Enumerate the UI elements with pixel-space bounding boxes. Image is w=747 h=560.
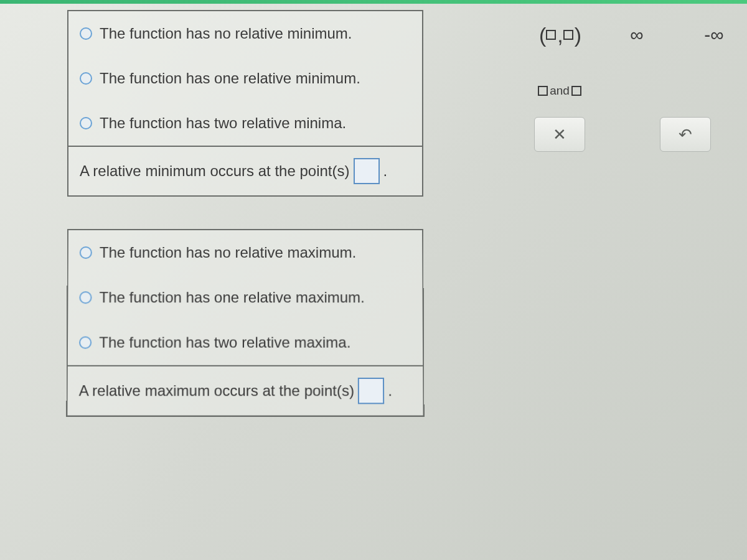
and-label: and [550,84,570,98]
option-label: The function has no relative maximum. [100,244,357,261]
question-group-minimum: The function has no relative minimum. Th… [67,10,423,197]
close-icon: ✕ [553,125,566,144]
radio-two-min[interactable] [80,117,92,129]
option-row: The function has one relative minimum. [68,56,422,101]
right-column: (,) ∞ -∞ and ✕ ↶ [423,4,745,560]
palette-ordered-pair-button[interactable]: (,) [529,12,590,57]
option-label: The function has two relative maxima. [99,334,350,351]
option-row: The function has no relative minimum. [68,11,422,56]
option-row: The function has one relative maximum. [68,275,423,320]
placeholder-box-icon [538,86,548,96]
fill-prefix: A relative minimum occurs at the point(s… [80,162,350,180]
radio-no-min[interactable] [80,27,92,40]
option-label: The function has one relative minimum. [100,70,360,87]
fill-row-maximum: A relative maximum occurs at the point(s… [67,365,423,416]
option-label: The function has one relative maximum. [99,289,365,306]
option-row: The function has two relative minima. [68,101,422,146]
left-column: The function has no relative minimum. Th… [0,4,423,560]
radio-no-max[interactable] [80,246,92,259]
placeholder-box-icon [563,30,573,40]
undo-icon: ↶ [679,125,692,144]
fill-suffix: . [383,162,388,180]
action-row: ✕ ↶ [529,117,745,152]
symbol-palette: (,) ∞ -∞ and [529,12,745,113]
placeholder-box-icon [571,86,581,96]
fill-suffix: . [388,382,392,399]
option-label: The function has two relative minima. [100,114,346,132]
palette-and-button[interactable]: and [529,68,590,113]
radio-two-max[interactable] [79,336,92,348]
infinity-icon: ∞ [630,24,643,45]
option-row: The function has two relative maxima. [68,320,423,365]
option-row: The function has no relative maximum. [68,230,423,275]
answer-input-maximum[interactable] [358,378,384,404]
undo-button[interactable]: ↶ [660,117,711,152]
placeholder-box-icon [546,30,556,40]
palette-neg-infinity-button[interactable]: -∞ [684,12,745,57]
fill-prefix: A relative maximum occurs at the point(s… [79,382,354,399]
radio-one-min[interactable] [80,72,92,85]
palette-infinity-button[interactable]: ∞ [606,12,667,57]
neg-infinity-icon: -∞ [704,24,723,45]
question-group-maximum: The function has no relative maximum. Th… [66,229,424,417]
fill-row-minimum: A relative minimum occurs at the point(s… [68,146,422,195]
radio-one-max[interactable] [79,291,92,304]
answer-input-minimum[interactable] [354,158,380,184]
clear-button[interactable]: ✕ [534,117,585,152]
content-wrapper: The function has no relative minimum. Th… [0,4,747,560]
option-label: The function has no relative minimum. [100,25,352,42]
